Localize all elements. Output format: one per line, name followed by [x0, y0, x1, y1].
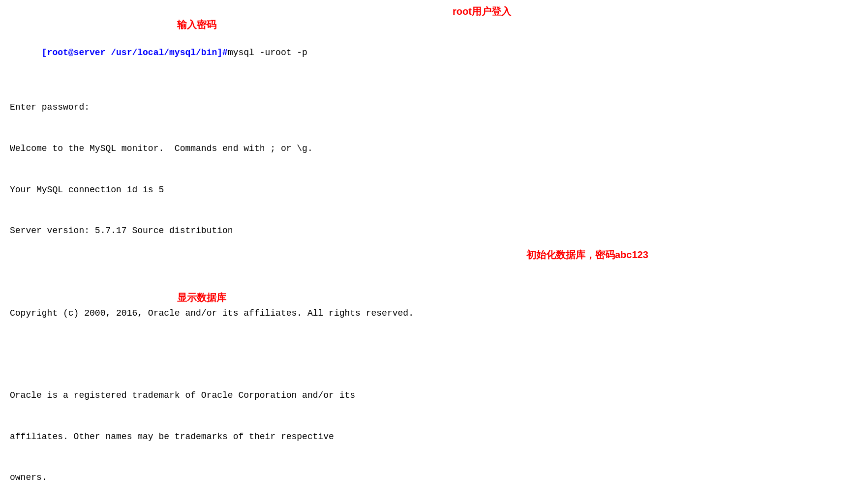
annotation-root-login: root用户登入 [453, 5, 511, 18]
annotation-enter-password: 输入密码 [177, 18, 216, 31]
oracle-line3: owners. [10, 473, 47, 482]
connection-id-line: Your MySQL connection id is 5 [10, 185, 164, 195]
server-version-line: Server version: 5.7.17 Source distributi… [10, 226, 233, 236]
annotation-show-db: 显示数据库 [177, 291, 226, 304]
oracle-line2: affiliates. Other names may be trademark… [10, 432, 334, 442]
cmd-line1: mysql -uroot -p [228, 48, 307, 58]
enter-password-line: Enter password: [10, 102, 90, 112]
welcome-line: Welcome to the MySQL monitor. Commands e… [10, 144, 313, 153]
terminal-output: [root@server /usr/local/mysql/bin]#mysql… [10, 5, 844, 504]
prompt-line1: [root@server /usr/local/mysql/bin]# [42, 48, 228, 58]
oracle-line1: Oracle is a registered trademark of Orac… [10, 390, 355, 400]
copyright-line: Copyright (c) 2000, 2016, Oracle and/or … [10, 308, 414, 318]
annotation-init-db: 初始化数据库，密码abc123 [526, 248, 648, 262]
